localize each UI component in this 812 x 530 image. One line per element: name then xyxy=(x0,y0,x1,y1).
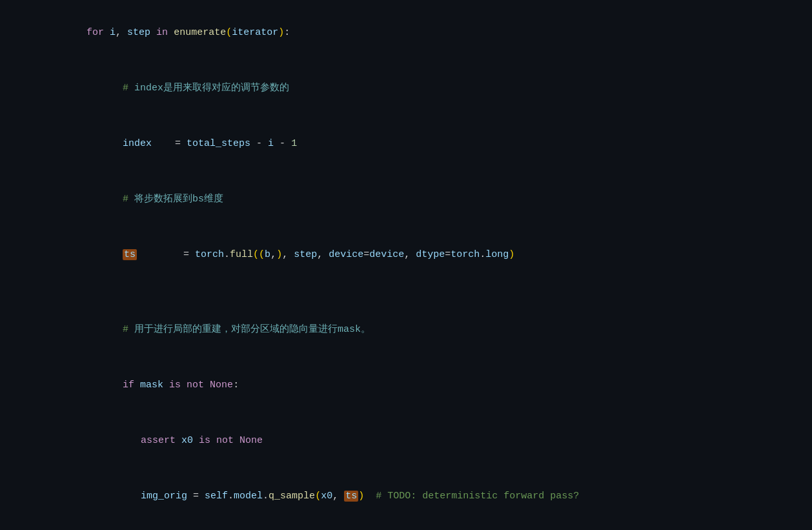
code-line: # index是用来取得对应的调节参数的 xyxy=(0,61,812,116)
code-line: # 将步数拓展到bs维度 xyxy=(0,172,812,227)
code-line: img_orig = self.model.q_sample(x0, ts) #… xyxy=(0,469,812,524)
code-line: ts = torch.full((b,), step, device=devic… xyxy=(0,227,812,283)
code-line: index = total_steps - i - 1 xyxy=(0,116,812,172)
code-line: for i, step in enumerate(iterator): xyxy=(0,5,812,61)
blank-line xyxy=(0,283,812,302)
code-line: # 用于进行局部的重建，对部分区域的隐向量进行mask。 xyxy=(0,302,812,358)
code-line: if mask is not None: xyxy=(0,358,812,413)
code-line: img = img_orig * mask + (1. - mask) * im… xyxy=(0,524,812,530)
code-line: assert x0 is not None xyxy=(0,413,812,469)
code-editor: for i, step in enumerate(iterator): # in… xyxy=(0,0,812,530)
